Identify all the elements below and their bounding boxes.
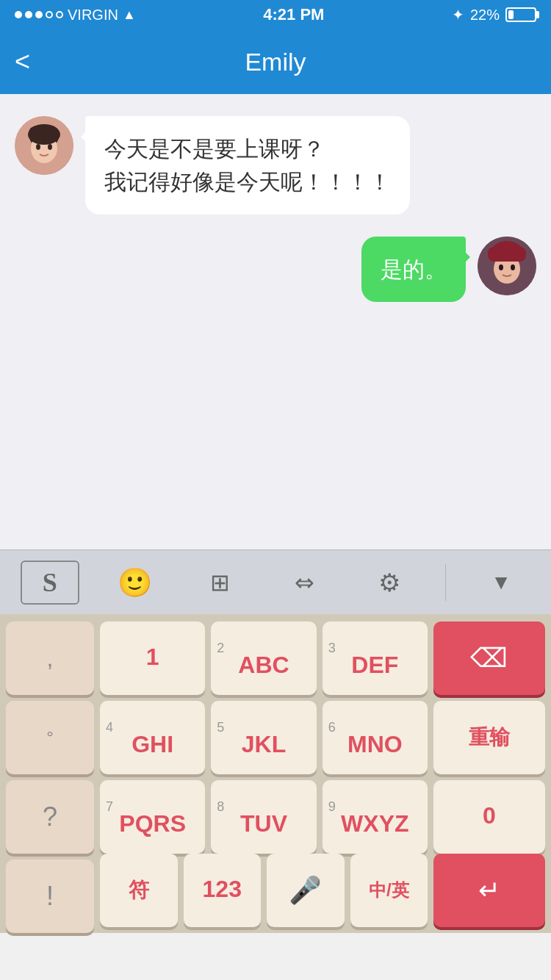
key-zhong[interactable]: 中/英 <box>350 854 428 927</box>
key-jkl[interactable]: 5 JKL <box>211 701 316 774</box>
question-label: ? <box>43 801 57 832</box>
mic-icon: 🎤 <box>289 875 322 906</box>
key-pqrs-number: 7 <box>100 797 119 813</box>
battery-fill <box>508 10 514 19</box>
key-tuv[interactable]: 8 TUV <box>211 780 316 854</box>
key-wxyz-number: 9 <box>323 797 342 813</box>
status-left: VIRGIN ▲ <box>15 7 136 24</box>
key-question[interactable]: ? <box>6 780 94 854</box>
key-tuv-label: TUV <box>240 810 287 837</box>
cursor-icon: ⇔ <box>295 569 314 597</box>
key-ghi-number: 4 <box>100 718 119 734</box>
key-0[interactable]: 0 <box>433 780 545 854</box>
svg-point-10 <box>499 264 503 270</box>
battery-icon <box>505 7 536 22</box>
key-exclaim[interactable]: ! <box>6 860 94 933</box>
hide-keyboard-icon: ▼ <box>491 571 511 594</box>
status-time: 4:21 PM <box>263 5 324 24</box>
key-mno-number: 6 <box>323 718 342 734</box>
message-row-sent: 是的。 <box>15 237 536 302</box>
key-def[interactable]: 3 DEF <box>323 621 428 695</box>
swype-icon: S <box>43 567 57 598</box>
comma-label: , <box>47 645 54 672</box>
dot4 <box>46 11 53 18</box>
key-abc-number: 2 <box>211 638 230 655</box>
dot3 <box>35 11 43 18</box>
key-reenter-label: 重输 <box>469 724 510 752</box>
dot2 <box>25 11 32 18</box>
key-backspace[interactable]: ⌫ <box>433 621 545 695</box>
wifi-icon: ▲ <box>123 7 136 23</box>
key-comma[interactable]: , <box>6 621 94 695</box>
key-123[interactable]: 123 <box>184 854 262 927</box>
key-wxyz-label: WXYZ <box>341 810 408 837</box>
keyboard-icon: ⊞ <box>210 569 228 597</box>
svg-rect-12 <box>488 247 526 262</box>
key-def-number: 3 <box>323 638 342 655</box>
key-0-label: 0 <box>483 802 496 829</box>
avatar-sent-svg <box>478 237 536 295</box>
key-zhong-label: 中/英 <box>369 879 409 902</box>
key-jkl-label: JKL <box>242 731 286 758</box>
key-reenter[interactable]: 重输 <box>433 701 545 774</box>
key-abc[interactable]: 2 ABC <box>211 621 316 695</box>
keyboard-toolbar: S 🙂 ⊞ ⇔ ⚙ ▼ <box>0 550 551 614</box>
bubble-wrapper-received: 今天是不是要上课呀？我记得好像是今天呢！！！！ <box>85 116 410 215</box>
message-text-sent: 是的。 <box>381 257 447 281</box>
message-text-received: 今天是不是要上课呀？我记得好像是今天呢！！！！ <box>104 137 391 194</box>
back-button[interactable]: < <box>15 46 30 77</box>
key-ghi-label: GHI <box>132 731 173 758</box>
key-pqrs-label: PQRS <box>119 810 186 837</box>
key-jkl-number: 5 <box>211 718 230 734</box>
key-wxyz[interactable]: 9 WXYZ <box>323 780 428 854</box>
toolbar-keyboard-btn[interactable]: ⊞ <box>190 561 249 605</box>
carrier-label: VIRGIN <box>68 7 118 24</box>
key-ghi[interactable]: 4 GHI <box>100 701 205 774</box>
gear-icon: ⚙ <box>378 568 400 597</box>
key-def-label: DEF <box>351 652 398 679</box>
bubble-wrapper-sent: 是的。 <box>361 237 466 302</box>
keyboard-row-3: ? 7 PQRS 8 TUV 9 WXYZ 0 <box>6 780 545 854</box>
bubble-sent: 是的。 <box>361 237 466 302</box>
dot1 <box>15 11 22 18</box>
keyboard: , 1 2 ABC 3 DEF ⌫ ° 4 GHI 5 JKL 6 <box>0 614 551 933</box>
toolbar-settings-btn[interactable]: ⚙ <box>360 561 419 605</box>
signal-dots <box>15 11 63 18</box>
enter-icon: ↵ <box>478 875 500 906</box>
svg-point-11 <box>511 264 515 270</box>
key-abc-label: ABC <box>238 652 289 679</box>
avatar-received <box>15 116 73 175</box>
nav-title: Emily <box>245 48 306 76</box>
toolbar-divider <box>445 564 446 601</box>
key-enter[interactable]: ↵ <box>433 854 545 927</box>
key-fu[interactable]: 符 <box>100 854 178 927</box>
exclaim-label: ! <box>46 881 54 912</box>
bluetooth-icon: ✦ <box>452 6 464 24</box>
keyboard-row-1: , 1 2 ABC 3 DEF ⌫ <box>6 621 545 695</box>
key-fu-label: 符 <box>129 876 149 904</box>
avatar-sent <box>478 237 536 295</box>
svg-point-3 <box>36 144 40 150</box>
key-1[interactable]: 1 <box>100 621 205 695</box>
toolbar-emoji-btn[interactable]: 🙂 <box>105 561 164 605</box>
key-period[interactable]: ° <box>6 701 94 774</box>
toolbar-hide-btn[interactable]: ▼ <box>472 561 530 605</box>
nav-bar: < Emily <box>0 29 551 94</box>
battery-percent: 22% <box>470 7 500 24</box>
keyboard-row-2: ° 4 GHI 5 JKL 6 MNO 重输 <box>6 701 545 774</box>
svg-point-6 <box>29 126 41 135</box>
bubble-received: 今天是不是要上课呀？我记得好像是今天呢！！！！ <box>85 116 410 215</box>
toolbar-cursor-btn[interactable]: ⇔ <box>275 561 334 605</box>
chat-area: 今天是不是要上课呀？我记得好像是今天呢！！！！ 是的。 <box>0 94 551 550</box>
key-123-label: 123 <box>203 876 242 903</box>
key-1-label: 1 <box>146 644 159 671</box>
key-pqrs[interactable]: 7 PQRS <box>100 780 205 854</box>
key-mic[interactable]: 🎤 <box>267 854 345 927</box>
dot5 <box>56 11 63 18</box>
key-tuv-number: 8 <box>211 797 230 813</box>
svg-point-4 <box>48 144 52 150</box>
backspace-icon: ⌫ <box>470 643 508 674</box>
avatar-received-svg <box>15 116 73 175</box>
toolbar-swype-btn[interactable]: S <box>21 561 79 605</box>
key-mno[interactable]: 6 MNO <box>323 701 428 774</box>
